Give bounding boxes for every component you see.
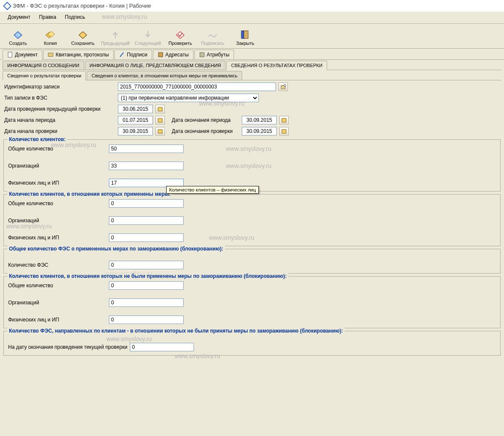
- row-record-type: Тип записи в ФЭС (1) при первичном напра…: [3, 92, 501, 103]
- subtab-info-person[interactable]: ИНФОРМАЦИЯ О ЛИЦЕ, ПРЕДСТАВЛЯЮЩЕМ СВЕДЕН…: [85, 61, 226, 70]
- menu-edit[interactable]: Правка: [35, 13, 60, 21]
- input-record-id[interactable]: [118, 82, 276, 91]
- label-org: Организаций: [8, 163, 106, 169]
- input-period-start[interactable]: [118, 116, 153, 124]
- input-total[interactable]: [109, 144, 184, 153]
- label-total: Общее количество: [8, 283, 106, 289]
- input-phys[interactable]: [109, 315, 184, 324]
- svg-rect-14: [158, 118, 162, 122]
- book-icon: [158, 52, 164, 58]
- watermark: www.smyslovy.ru: [226, 162, 271, 169]
- menu-document[interactable]: Документ: [4, 13, 34, 21]
- main-tabs: Документ Квитанции, протоколы Подписи Ад…: [0, 49, 504, 60]
- svg-rect-15: [282, 118, 286, 122]
- content: ИНФОРМАЦИЯ О СООБЩЕНИИ ИНФОРМАЦИЯ О ЛИЦЕ…: [0, 60, 504, 359]
- lookup-button[interactable]: [278, 82, 288, 91]
- svg-rect-6: [241, 31, 244, 38]
- input-period-end[interactable]: [242, 116, 277, 124]
- svg-rect-17: [282, 130, 286, 133]
- label-record-type: Тип записи в ФЭС: [4, 95, 115, 101]
- label-org: Организаций: [8, 300, 106, 306]
- svg-rect-13: [158, 107, 162, 111]
- copy-button[interactable]: Копия: [35, 25, 66, 47]
- watermark: www.smyslovy.ru: [226, 145, 271, 152]
- subtab-check-results[interactable]: Сведения о результатах проверки: [3, 71, 86, 80]
- document-icon: [7, 52, 13, 58]
- label-total: Общее количество: [8, 200, 106, 206]
- svg-rect-9: [158, 53, 163, 57]
- svg-marker-3: [79, 32, 87, 38]
- sign-button: Подписать: [197, 25, 228, 47]
- window-title: ЗФМ - ФЭС о результатах проверки - Копия…: [13, 3, 151, 9]
- tab-addressees[interactable]: Адресаты: [153, 50, 193, 59]
- input-phys[interactable]: [109, 233, 184, 242]
- group-clients-measures: Количество клиентов, в отношении которых…: [3, 194, 501, 246]
- subtab-info-message[interactable]: ИНФОРМАЦИЯ О СООБЩЕНИИ: [3, 61, 84, 70]
- label-phys: Физических лиц и ИП: [8, 180, 106, 186]
- svg-rect-16: [158, 130, 162, 133]
- svg-point-12: [284, 85, 286, 87]
- next-button: Следующий: [132, 25, 163, 47]
- group-clients-count: Количество клиентов: www.smyslovy.ru Общ…: [3, 139, 501, 191]
- toolbar: Создать Копия Сохранить Предыдущий Следу…: [0, 23, 504, 49]
- watermark: www.smyslovy.ru: [209, 234, 254, 241]
- tab-document[interactable]: Документ: [3, 50, 42, 60]
- pen-icon: [119, 52, 125, 58]
- input-prev-check-date[interactable]: [118, 105, 153, 113]
- row-record-id: Идентификатор записи: [3, 81, 501, 92]
- label-date-end: На дату окончания проведения текущей про…: [8, 344, 127, 350]
- input-org[interactable]: [109, 162, 184, 170]
- save-button[interactable]: Сохранить: [67, 25, 98, 47]
- label-total: Общее количество: [8, 146, 106, 152]
- prev-button: Предыдущий: [100, 25, 131, 47]
- title-bar: ЗФМ - ФЭС о результатах проверки - Копия…: [0, 0, 504, 12]
- create-button[interactable]: Создать: [3, 25, 33, 47]
- input-check-end[interactable]: [242, 127, 277, 136]
- label-period-end: Дата окончания периода: [172, 117, 239, 123]
- group-title: Количество клиентов, в отношении которых…: [7, 191, 173, 197]
- input-org[interactable]: [109, 216, 184, 225]
- select-record-type[interactable]: (1) при первичном направлении информации: [118, 94, 259, 102]
- tab-signs[interactable]: Подписи: [114, 50, 152, 59]
- tab-attributes[interactable]: Атрибуты: [194, 50, 234, 59]
- input-fes-count[interactable]: [109, 261, 184, 269]
- label-record-id: Идентификатор записи: [4, 84, 115, 90]
- input-date-end[interactable]: [130, 343, 194, 351]
- section-tabs: ИНФОРМАЦИЯ О СООБЩЕНИИ ИНФОРМАЦИЯ О ЛИЦЕ…: [3, 61, 501, 70]
- label-phys: Физических лиц и ИП: [8, 317, 106, 323]
- label-check-start: Дата начала проверки: [4, 128, 115, 134]
- subtab-clients-no-measures[interactable]: Сведения о клиентах, в отношении которых…: [87, 71, 242, 80]
- menu-bar: Документ Правка Подпись www.smyslovy.ru: [0, 12, 504, 23]
- input-total[interactable]: [109, 281, 184, 290]
- label-check-end: Дата окончания проверки: [172, 128, 239, 134]
- close-button[interactable]: Закрыть: [230, 25, 261, 47]
- svg-rect-10: [200, 53, 204, 57]
- calendar-button[interactable]: [155, 116, 165, 124]
- tab-receipts[interactable]: Квитанции, протоколы: [43, 50, 114, 59]
- label-org: Организаций: [8, 218, 106, 224]
- calendar-button[interactable]: [155, 127, 165, 136]
- input-total[interactable]: [109, 199, 184, 208]
- group-title: Общее количество ФЭС о примененных мерах…: [7, 246, 225, 252]
- svg-marker-0: [14, 32, 22, 38]
- label-fes-count: Количество ФЭС: [8, 262, 106, 268]
- calendar-button[interactable]: [279, 127, 289, 136]
- watermark: www.smyslovy.ru: [98, 12, 150, 21]
- tooltip: Количество клиентов – физических лиц: [166, 186, 259, 194]
- label-prev-check-date: Дата проведения предыдущей проверки: [4, 106, 115, 112]
- group-fes-total: Общее количество ФЭС о примененных мерах…: [3, 249, 501, 274]
- group-fes-sent: Количество ФЭС, направленных по клиентам…: [3, 331, 501, 356]
- input-org[interactable]: [109, 298, 184, 307]
- svg-rect-8: [48, 53, 53, 56]
- group-clients-no-measures: Количество клиентов, в отношении которых…: [3, 276, 501, 328]
- calendar-button[interactable]: [155, 105, 165, 113]
- svg-rect-7: [8, 52, 12, 57]
- results-subtabs: Сведения о результатах проверки Сведения…: [3, 71, 501, 80]
- check-button[interactable]: Проверить: [165, 25, 196, 47]
- subtab-results[interactable]: СВЕДЕНИЯ О РЕЗУЛЬТАТАХ ПРОВЕРКИ: [226, 61, 327, 70]
- menu-sign[interactable]: Подпись: [62, 13, 89, 21]
- calendar-button[interactable]: [279, 116, 289, 124]
- input-check-start[interactable]: [118, 127, 153, 136]
- app-icon: [3, 2, 12, 10]
- attributes-icon: [199, 52, 205, 58]
